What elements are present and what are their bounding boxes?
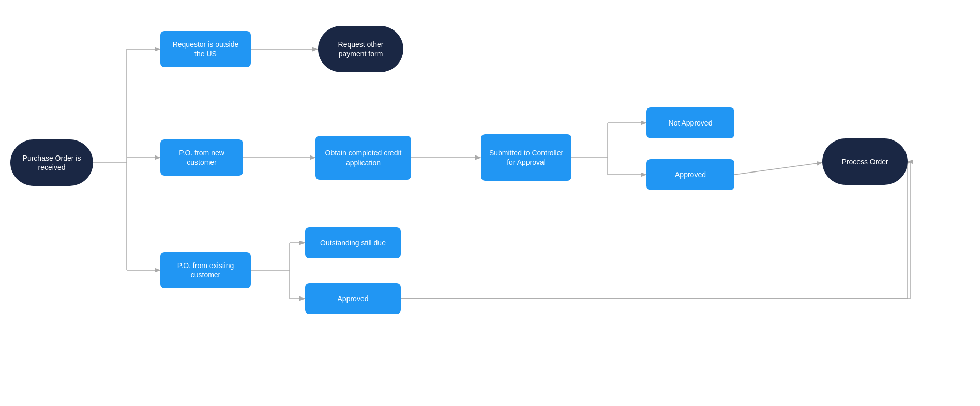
approved-new-node: Approved [646,159,734,190]
process-order-node: Process Order [822,138,908,185]
obtain-credit-node: Obtain completed credit application [315,136,411,180]
outstanding-due-node: Outstanding still due [305,227,401,258]
not-approved-node: Not Approved [646,107,734,138]
submitted-controller-node: Submitted to Controller for Approval [481,134,571,181]
po-new-customer-node: P.O. from new customer [160,139,243,176]
arrows-layer [0,0,980,406]
po-existing-customer-node: P.O. from existing customer [160,252,251,288]
diagram-container: Purchase Order is received Requestor is … [0,0,980,406]
approved-existing-node: Approved [305,283,401,314]
requestor-outside-node: Requestor is outside the US [160,31,251,67]
request-other-payment-node: Request other payment form [318,26,403,72]
purchase-order-node: Purchase Order is received [10,139,93,186]
svg-line-12 [734,163,821,175]
